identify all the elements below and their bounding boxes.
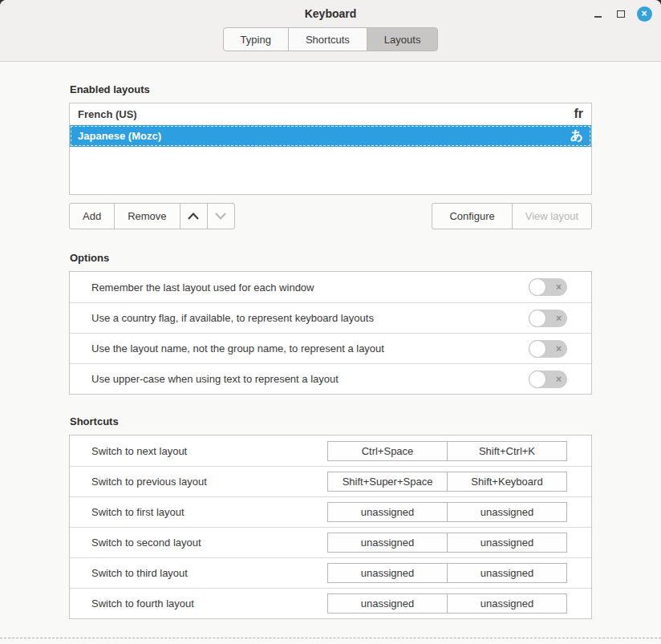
configure-button[interactable]: Configure — [432, 203, 512, 229]
options-section: Options Remember the last layout used fo… — [69, 252, 592, 395]
toggle-knob — [529, 371, 546, 388]
keybinding-button-secondary[interactable]: unassigned — [447, 593, 567, 614]
keybinding-button-primary[interactable]: unassigned — [327, 593, 448, 614]
shortcuts-header: Shortcuts — [70, 415, 592, 427]
option-label: Use the layout name, not the group name,… — [91, 342, 384, 354]
tab-layouts[interactable]: Layouts — [367, 27, 439, 51]
chevron-down-icon — [215, 213, 226, 220]
tab-switcher: Typing Shortcuts Layouts — [0, 27, 661, 51]
toggle-knob — [529, 278, 546, 296]
toggle-off-mark: × — [556, 282, 562, 292]
layout-name: Japanese (Mozc) — [78, 130, 161, 142]
shortcut-row-first-layout: Switch to first layout unassigned unassi… — [70, 496, 591, 527]
panel-edge-divider — [0, 638, 661, 638]
toggle-knob — [529, 340, 546, 358]
toggle-layout-name[interactable]: × — [529, 340, 567, 358]
option-row-layout-name: Use the layout name, not the group name,… — [70, 333, 591, 363]
shortcut-label: Switch to first layout — [91, 506, 185, 518]
shortcut-row-fourth-layout: Switch to fourth layout unassigned unass… — [70, 588, 591, 618]
keybinding-group: Ctrl+Space Shift+Ctrl+K — [327, 441, 567, 461]
window-header: Keyboard × Typing Shortcuts Layouts — [0, 0, 661, 62]
keybinding-button-secondary[interactable]: unassigned — [447, 533, 567, 553]
keybinding-button-primary[interactable]: unassigned — [327, 533, 448, 553]
keybinding-button-primary[interactable]: unassigned — [327, 563, 448, 583]
layout-indicator-badge: fr — [574, 107, 583, 121]
toggle-upper-case[interactable]: × — [529, 371, 567, 388]
remove-layout-button[interactable]: Remove — [114, 203, 180, 229]
toggle-remember-last-layout[interactable]: × — [529, 278, 567, 296]
toggle-knob — [529, 310, 546, 327]
close-button[interactable]: × — [636, 6, 652, 22]
list-edit-button-group: Add Remove — [69, 203, 235, 229]
move-layout-up-button[interactable] — [180, 203, 208, 229]
keybinding-button-secondary[interactable]: unassigned — [447, 502, 567, 522]
options-header: Options — [70, 252, 592, 264]
keybinding-button-secondary[interactable]: Shift+Ctrl+K — [447, 441, 567, 461]
keybinding-button-secondary[interactable]: unassigned — [447, 563, 567, 583]
shortcut-row-next-layout: Switch to next layout Ctrl+Space Shift+C… — [70, 435, 591, 466]
close-icon: × — [637, 6, 652, 22]
enabled-layouts-list: French (US) fr Japanese (Mozc) あ — [69, 103, 592, 195]
layout-name: French (US) — [78, 108, 137, 120]
option-row-remember-last-layout: Remember the last layout used for each w… — [70, 272, 591, 302]
shortcut-label: Switch to second layout — [91, 537, 201, 549]
titlebar[interactable]: Keyboard × — [0, 0, 661, 27]
window-controls: × — [590, 6, 652, 22]
keybinding-group: unassigned unassigned — [327, 533, 567, 553]
shortcut-label: Switch to previous layout — [91, 476, 207, 488]
maximize-icon — [617, 10, 625, 18]
option-label: Use upper-case when using text to repres… — [91, 373, 339, 385]
shortcuts-panel: Switch to next layout Ctrl+Space Shift+C… — [69, 435, 592, 619]
keybinding-group: unassigned unassigned — [327, 563, 567, 583]
option-row-upper-case: Use upper-case when using text to repres… — [70, 363, 591, 394]
shortcut-row-second-layout: Switch to second layout unassigned unass… — [70, 527, 591, 557]
enabled-layouts-header: Enabled layouts — [70, 83, 592, 95]
chevron-up-icon — [188, 213, 199, 220]
add-layout-button[interactable]: Add — [69, 203, 115, 229]
maximize-button[interactable] — [613, 6, 629, 22]
toggle-off-mark: × — [556, 374, 562, 383]
minimize-button[interactable] — [590, 6, 606, 22]
shortcut-row-previous-layout: Switch to previous layout Shift+Super+Sp… — [70, 466, 591, 496]
view-layout-button[interactable]: View layout — [512, 203, 592, 229]
layout-tools-button-group: Configure View layout — [432, 203, 592, 229]
layout-row-japanese[interactable]: Japanese (Mozc) あ — [70, 125, 591, 147]
option-label: Use a country flag, if available, to rep… — [91, 312, 374, 324]
keybinding-group: unassigned unassigned — [327, 593, 567, 614]
move-layout-down-button[interactable] — [207, 203, 235, 229]
keybinding-button-secondary[interactable]: Shift+Keyboard — [447, 472, 567, 492]
shortcut-label: Switch to next layout — [91, 445, 187, 457]
toggle-country-flag[interactable]: × — [529, 310, 567, 327]
shortcut-row-third-layout: Switch to third layout unassigned unassi… — [70, 557, 591, 588]
layouts-page: Enabled layouts French (US) fr Japanese … — [0, 62, 661, 619]
shortcuts-section: Shortcuts Switch to next layout Ctrl+Spa… — [69, 415, 592, 619]
option-row-country-flag: Use a country flag, if available, to rep… — [70, 302, 591, 333]
layout-row-french[interactable]: French (US) fr — [70, 103, 591, 125]
minimize-icon — [594, 16, 602, 18]
tab-typing[interactable]: Typing — [223, 27, 289, 51]
keybinding-button-primary[interactable]: unassigned — [327, 502, 448, 522]
shortcut-label: Switch to fourth layout — [91, 597, 194, 610]
options-panel: Remember the last layout used for each w… — [69, 271, 592, 395]
keyboard-settings-window: Keyboard × Typing Shortcuts Layouts Enab… — [0, 0, 661, 644]
keybinding-button-primary[interactable]: Shift+Super+Space — [327, 472, 448, 492]
option-label: Remember the last layout used for each w… — [91, 281, 314, 294]
tab-shortcuts[interactable]: Shortcuts — [288, 27, 367, 51]
toggle-off-mark: × — [556, 313, 562, 322]
shortcut-label: Switch to third layout — [91, 567, 188, 579]
layout-list-actions: Add Remove Configure View layout — [69, 203, 592, 229]
keybinding-group: Shift+Super+Space Shift+Keyboard — [327, 472, 567, 492]
window-title: Keyboard — [0, 7, 661, 20]
keybinding-button-primary[interactable]: Ctrl+Space — [327, 441, 448, 461]
layout-indicator-badge: あ — [570, 128, 583, 144]
keybinding-group: unassigned unassigned — [327, 502, 567, 522]
toggle-off-mark: × — [556, 343, 562, 353]
